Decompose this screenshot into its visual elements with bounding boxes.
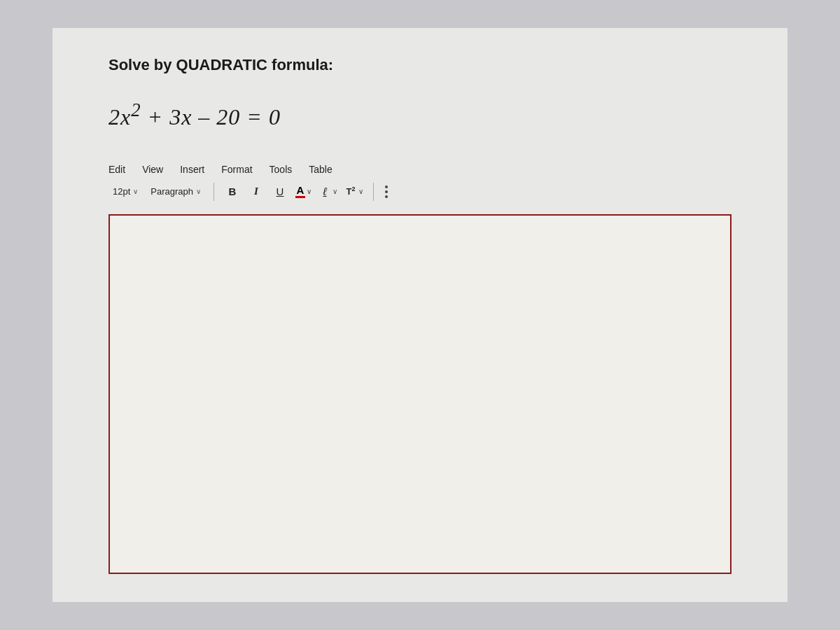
highlight-label: ℓ [318,186,331,198]
bold-button[interactable]: B [223,182,242,202]
page-container: Solve by QUADRATIC formula: 2x2 + 3x – 2… [52,28,788,602]
menu-item-edit[interactable]: Edit [108,164,125,175]
font-size-dropdown[interactable]: 12pt ∨ [108,185,142,198]
font-color-chevron: ∨ [307,188,312,195]
font-size-value: 12pt [113,186,130,197]
italic-label: I [254,186,258,197]
underline-button[interactable]: U [270,182,290,202]
menu-item-view[interactable]: View [142,164,163,175]
menu-item-format[interactable]: Format [221,164,252,175]
superscript-label: T2 [344,186,357,197]
paragraph-style-dropdown[interactable]: Paragraph ∨ [146,185,205,198]
menu-item-tools[interactable]: Tools [270,164,293,175]
menu-item-table[interactable]: Table [309,164,332,175]
italic-button[interactable]: I [246,182,266,202]
menu-item-insert[interactable]: Insert [180,164,204,175]
superscript-chevron: ∨ [358,188,363,195]
menu-bar: Edit View Insert Format Tools Table [108,164,732,175]
paragraph-style-value: Paragraph [150,186,193,197]
highlight-chevron: ∨ [332,188,337,195]
font-size-chevron: ∨ [133,188,138,195]
superscript-dropdown[interactable]: T2 ∨ [343,184,365,198]
toolbar-separator-2 [373,183,374,201]
font-color-underline [295,196,305,198]
toolbar: 12pt ∨ Paragraph ∨ B I U A ∨ [108,182,732,206]
font-color-label: A [297,185,304,195]
math-equation: 2x2 + 3x – 20 = 0 [108,99,732,130]
more-dot-3 [385,195,388,198]
more-dot-1 [385,186,388,188]
bold-label: B [229,186,237,197]
paragraph-chevron: ∨ [196,188,201,195]
font-color-icon: A [295,185,305,198]
font-color-dropdown[interactable]: A ∨ [294,183,313,200]
page-heading: Solve by QUADRATIC formula: [108,56,732,74]
editor-area[interactable] [108,214,732,574]
toolbar-separator-1 [214,183,214,201]
underline-label: U [276,186,284,197]
more-dot-2 [385,190,388,193]
more-options-button[interactable] [382,184,391,200]
highlight-dropdown[interactable]: ℓ ∨ [317,184,339,200]
